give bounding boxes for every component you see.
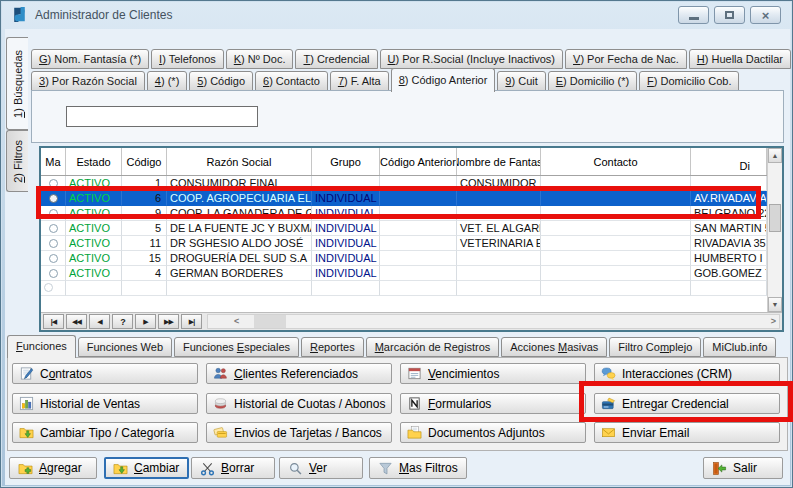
row-marker-radio[interactable] (49, 209, 58, 218)
column-header-estado[interactable]: Estado (66, 148, 122, 175)
nav-last-button[interactable]: ▶| (181, 314, 202, 329)
column-header-codigo[interactable]: Código (122, 148, 167, 175)
row-marker-radio[interactable] (49, 254, 58, 263)
row-marker-radio[interactable] (49, 269, 58, 278)
tab-filtro-complejo[interactable]: Filtro Complejo (609, 337, 701, 357)
grid-row[interactable]: ACTIVO9COOP. LA GANADERA DE GINDIVIDUALB… (41, 206, 767, 221)
search-input[interactable] (66, 106, 258, 127)
tab-funciones-especiales[interactable]: Funciones Especiales (174, 337, 299, 357)
action-button-borrar[interactable]: Borrar (191, 457, 275, 479)
scroll-left-icon[interactable]: < (234, 314, 239, 328)
search-tab-8-c-digo-anterior[interactable]: 8) Código Anterior (391, 68, 496, 92)
grid-vertical-scrollbar[interactable]: ▲ ▼ (767, 148, 782, 312)
search-tab-v-por-fecha-de-nac[interactable]: V) Por Fecha de Nac. (565, 49, 687, 69)
row-marker-radio[interactable] (49, 224, 58, 233)
minimize-button[interactable] (678, 6, 709, 24)
row-marker-radio (44, 283, 53, 292)
nav-next-button[interactable]: ▶ (135, 314, 156, 329)
tab-reportes[interactable]: Reportes (301, 337, 364, 357)
column-header-contacto[interactable]: Contacto (541, 148, 691, 175)
tab-acciones-masivas[interactable]: Acciones Masivas (501, 337, 607, 357)
nav-fast-forward-button[interactable]: ▶▶ (158, 314, 179, 329)
close-button[interactable]: × (750, 6, 781, 24)
search-tab-f-domicilio-cob[interactable]: F) Domicilio Cob. (639, 71, 739, 91)
grid-row[interactable]: ACTIVO15DROGUERÍA DEL SUD S.AINDIVIDUALH… (41, 251, 767, 266)
grid-row[interactable]: ACTIVO11DR SGHESIO ALDO JOSÉINDIVIDUALVE… (41, 236, 767, 251)
button-label: Salir (733, 461, 757, 475)
scroll-down-icon[interactable]: ▼ (768, 297, 782, 312)
grid-cell-fantasia: CONSUMIDOR FIN (457, 176, 541, 191)
function-button-enviar-email[interactable]: Enviar Email (594, 422, 780, 443)
scroll-up-icon[interactable]: ▲ (768, 148, 782, 163)
grid-cell-razon: DR SGHESIO ALDO JOSÉ (167, 236, 312, 251)
column-header-fantasia[interactable]: Nombre de Fantasí (457, 148, 541, 175)
app-window: Administrador de Clientes × 1) Búsquedas… (0, 0, 793, 488)
row-marker-radio[interactable] (49, 194, 58, 203)
search-tab-9-cuit[interactable]: 9) Cuit (497, 71, 545, 91)
column-header-grupo[interactable]: Grupo (312, 148, 380, 175)
row-marker-radio[interactable] (49, 179, 58, 188)
grid-row[interactable]: ACTIVO4GERMAN BORDERESINDIVIDUALGOB.GOME… (41, 266, 767, 281)
button-label: Vencimientos (428, 367, 499, 381)
tab-marcaci-n-de-registros[interactable]: Marcación de Registros (366, 337, 500, 357)
column-header-cod_ant[interactable]: Código Anterior (380, 148, 457, 175)
search-tab-k-n-doc[interactable]: K) Nº Doc. (226, 49, 294, 69)
nav-first-button[interactable]: |◀ (43, 314, 64, 329)
column-header-dir[interactable]: Di (691, 148, 767, 175)
search-tab-7-f-alta[interactable]: 7) F. Alta (330, 71, 389, 91)
row-marker-radio[interactable] (49, 239, 58, 248)
grid-row[interactable]: ACTIVO1CONSUMIDOR FINALCONSUMIDOR FIN (41, 176, 767, 191)
grid-row[interactable]: ACTIVO5DE LA FUENTE JC Y BUXMAINDIVIDUAL… (41, 221, 767, 236)
function-button-vencimientos[interactable]: Vencimientos (400, 363, 586, 384)
grid-horizontal-scrollbar[interactable]: <> (207, 314, 780, 329)
scroll-right-icon[interactable]: > (771, 314, 776, 328)
search-tab-h-huella-dactilar[interactable]: H) Huella Dactilar (689, 49, 791, 69)
function-button-cambiar-tipo-categor-a[interactable]: Cambiar Tipo / Categoría (12, 422, 198, 443)
nav-fast-rewind-button[interactable]: ◀◀ (66, 314, 87, 329)
tab-miclub-info[interactable]: MiClub.info (703, 337, 776, 357)
function-button-historial-de-ventas[interactable]: Historial de Ventas (12, 393, 198, 414)
action-button-mas-filtros[interactable]: Mas Filtros (369, 457, 467, 479)
search-tab-4[interactable]: 4) (*) (147, 71, 187, 91)
horizontal-scroll-thumb[interactable] (254, 315, 286, 328)
function-button-contratos[interactable]: Contratos (12, 363, 198, 384)
function-button-historial-de-cuotas-abonos[interactable]: Historial de Cuotas / Abonos (206, 393, 392, 414)
nav-previous-button[interactable]: ◀ (89, 314, 110, 329)
scissors-icon (200, 461, 215, 476)
button-label: Historial de Cuotas / Abonos (234, 397, 385, 411)
nav-search-button[interactable]: ? (112, 314, 133, 329)
search-tab-5-c-digo[interactable]: 5) Código (189, 71, 253, 91)
search-tab-t-credencial[interactable]: T) Credencial (295, 49, 377, 69)
grid-cell-ma (41, 221, 66, 236)
function-button-formularios[interactable]: Formularios (400, 393, 586, 414)
action-button-agregar[interactable]: Agregar (9, 457, 97, 479)
restore-button[interactable] (714, 6, 745, 24)
side-tab-1-b-squedas[interactable]: 1) Búsquedas (6, 37, 28, 130)
search-tab-g-nom-fantas-a[interactable]: G) Nom. Fantasía (*) (31, 49, 149, 69)
vertical-scroll-thumb[interactable] (769, 204, 781, 232)
function-button-clientes-referenciados[interactable]: Clientes Referenciados (206, 363, 392, 384)
exit-button[interactable]: Salir (703, 457, 783, 479)
function-button-interacciones-crm[interactable]: Interacciones (CRM) (594, 363, 780, 384)
search-tab-u-por-r-social-incluye-inactivos[interactable]: U) Por R.Social (Incluye Inactivos) (380, 49, 564, 69)
grid-cell-codigo: 5 (122, 221, 167, 236)
action-button-cambiar[interactable]: Cambiar (104, 457, 189, 479)
search-tab-i-telefonos[interactable]: I) Telefonos (151, 49, 224, 69)
function-button-documentos-adjuntos[interactable]: Documentos Adjuntos (400, 422, 586, 443)
search-tab-e-domicilio[interactable]: E) Domicilio (*) (548, 71, 637, 91)
button-label: Ver (309, 461, 327, 475)
search-tab-3-por-raz-n-social[interactable]: 3) Por Razón Social (31, 71, 145, 91)
tab-funciones[interactable]: Funciones (7, 335, 76, 358)
grid-cell-codigo: 1 (122, 176, 167, 191)
grid-cell-fantasia (457, 206, 541, 221)
tab-funciones-web[interactable]: Funciones Web (78, 337, 172, 357)
function-button-envios-de-tarjetas-bancos[interactable]: Envios de Tarjetas / Bancos (206, 422, 392, 443)
search-tab-6-contacto[interactable]: 6) Contacto (255, 71, 328, 91)
grid-row[interactable]: ACTIVO6COOP. AGROPECUARIA ELINDIVIDUALAV… (41, 191, 767, 206)
action-button-ver[interactable]: Ver (279, 457, 363, 479)
function-button-entregar-credencial[interactable]: Entregar Credencial (594, 393, 780, 414)
grid-cell-fantasia: VETERINARIA EL (457, 236, 541, 251)
side-tab-2-filtros[interactable]: 2) Filtros (6, 130, 28, 192)
column-header-razon[interactable]: Razón Social (167, 148, 312, 175)
column-header-ma[interactable]: Ma (41, 148, 66, 175)
